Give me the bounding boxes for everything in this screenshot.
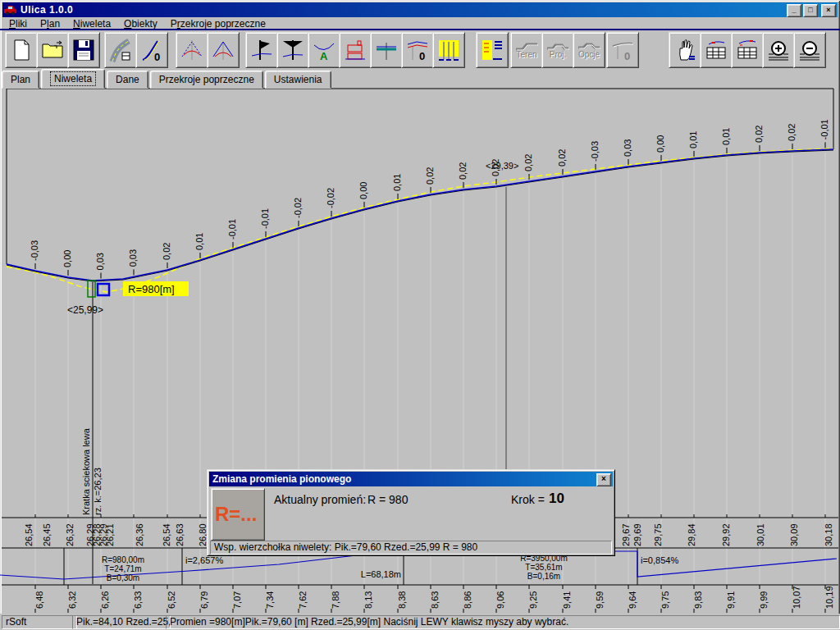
toolbar-button-flag[interactable] — [245, 32, 278, 68]
radius-label-bg[interactable] — [123, 281, 189, 296]
tab-label: Przekroje poprzeczne — [159, 74, 254, 85]
tab-label: Dane — [116, 74, 139, 85]
elevation-label: 29,69 — [632, 523, 642, 546]
slope-label: 0,01 — [392, 174, 402, 191]
toolbar-button-peak-dashed[interactable] — [176, 32, 208, 68]
grade1-label: i=2,657% — [185, 555, 223, 565]
title-bar[interactable]: Ulica 1.0.0 _ □ × — [2, 2, 838, 17]
dialog-zmiana-promienia: Zmiana promienia pionowego × R=... Aktua… — [207, 469, 615, 556]
curve1-data-line: R=980,00m — [102, 555, 144, 564]
drain-text-1: Kratka sciekowa lewa — [81, 427, 91, 515]
toolbar-button-new-document[interactable] — [5, 32, 38, 68]
slope-label: -0,02 — [326, 188, 336, 208]
dialog-status-text: Wsp. wierzchołka niwelety: Pik.=79,60 Rz… — [210, 541, 612, 555]
elevation-label: 30,09 — [789, 523, 799, 546]
chainage-label: 9,83 — [693, 591, 703, 609]
slope-label: -0,03 — [590, 141, 600, 162]
terrain-line — [7, 148, 833, 292]
plan-road-icon — [108, 38, 133, 62]
chainage-label: 9,91 — [726, 591, 736, 609]
toolbar-button-teren: Teren — [510, 32, 543, 68]
tab-przekroje-poprzeczne[interactable]: Przekroje poprzeczne — [150, 71, 263, 89]
dialog-title-bar[interactable]: Zmiana promienia pionowego × — [209, 472, 613, 486]
chainage-label: 8,13 — [363, 591, 373, 609]
elevation-label: 29,75 — [653, 523, 663, 546]
toolbar-button-red-box[interactable] — [339, 32, 372, 68]
elevation-label: 30,01 — [756, 523, 765, 546]
chainage-label: 9,75 — [660, 591, 670, 609]
toolbar-button-zoom-out[interactable] — [793, 32, 826, 68]
slope-label: 0,03 — [95, 253, 105, 270]
chainage-label: 9,64 — [628, 591, 637, 609]
chainage-label: 8,63 — [430, 591, 440, 609]
toolbar-button-save-file[interactable] — [67, 32, 100, 68]
slope-label: 0,01 — [688, 131, 698, 148]
slope-label: 0,01 — [721, 128, 731, 145]
window-title: Ulica 1.0.0 — [21, 4, 73, 16]
slope-label: 0,03 — [623, 139, 632, 157]
toolbar-button-yellow-columns[interactable] — [432, 32, 465, 68]
step-value: 10 — [549, 491, 564, 507]
curve1-data-line: B=0,30m — [107, 573, 139, 582]
cross-section-icon — [374, 38, 399, 62]
status-panel-app: rSoft — [2, 615, 77, 629]
toolbar-button-label: Teren — [516, 50, 536, 59]
svg-text:0: 0 — [154, 51, 160, 62]
chainage-label: 6,48 — [34, 591, 44, 609]
tab-niweleta[interactable]: Niweleta — [41, 69, 105, 89]
toolbar-button-peak-solid[interactable] — [207, 32, 240, 68]
toolbar-button-cross-section[interactable] — [370, 32, 403, 68]
toolbar-button-flag-double[interactable] — [276, 32, 309, 68]
curve1-data-line: T=24,71m — [104, 564, 141, 573]
slope-label: -0,01 — [227, 219, 237, 240]
radius-button[interactable]: R=... — [211, 488, 265, 541]
chainage-label: 9,25 — [528, 591, 538, 609]
step-label: Krok = — [511, 493, 545, 506]
toolbar-button-plan-road[interactable] — [104, 32, 137, 68]
chainage-label: 6,52 — [167, 591, 176, 609]
chainage-label: 7,62 — [298, 591, 308, 609]
toolbar-button-profile-zero[interactable]: 0 — [135, 32, 168, 68]
elevation-label: 26,32 — [65, 523, 75, 546]
slope-label: 0,00 — [655, 135, 665, 153]
slope-label: 0,02 — [557, 149, 567, 167]
tab-plan[interactable]: Plan — [2, 71, 39, 89]
toolbar-button-cross-section-zero[interactable]: 0 — [401, 32, 434, 68]
chainage-label: 7,34 — [265, 591, 275, 609]
drain-text-2: rz. k.=26,23 — [93, 468, 103, 515]
minimize-button[interactable]: _ — [787, 4, 801, 17]
toolbar-button-yellow-table[interactable] — [476, 32, 509, 68]
maximize-button[interactable]: □ — [803, 4, 818, 17]
toolbar-button-table-chart-k[interactable] — [731, 32, 764, 68]
elevation-label: 29,92 — [721, 523, 731, 546]
application-window: { "window": { "title": "Ulica 1.0.0", "c… — [0, 0, 840, 630]
grade2-label: i=0,854% — [641, 555, 678, 565]
svg-text:A: A — [320, 50, 328, 62]
drain-marker-green — [88, 281, 95, 297]
svg-text:0: 0 — [624, 50, 630, 62]
hand-pan-icon — [673, 38, 697, 62]
elevation-label: 26,54 — [24, 523, 34, 546]
tab-ustawienia[interactable]: Ustawienia — [265, 71, 331, 89]
profile-zero-icon: 0 — [139, 38, 164, 62]
status-bar: rSoft Pik.=84,10 Rzed.=25,77 Promien =98… — [0, 614, 840, 630]
close-button[interactable]: × — [821, 4, 836, 17]
profile-zero-disabled-icon: 0 — [610, 38, 635, 62]
slope-label: 0,02 — [754, 126, 764, 143]
vertex-marker-blue[interactable] — [98, 284, 109, 295]
tab-label: Ustawienia — [274, 74, 322, 85]
chainage-label: 7,07 — [232, 591, 242, 609]
elevation-label: 26,45 — [42, 523, 52, 546]
toolbar-button-opcje: Opcje — [573, 32, 605, 68]
toolbar-button-hand-pan[interactable] — [669, 32, 701, 68]
toolbar-button-zoom-in[interactable] — [762, 32, 795, 68]
toolbar-button-curve-green-a[interactable]: A — [308, 32, 340, 68]
elevation-label: 26,28 — [92, 523, 102, 546]
zoom-in-icon — [766, 38, 791, 62]
toolbar-button-open-file[interactable] — [36, 32, 69, 68]
tab-dane[interactable]: Dane — [107, 71, 148, 89]
chainage-label: 6,32 — [67, 591, 77, 609]
toolbar-button-table-chart-f[interactable] — [700, 32, 733, 68]
dialog-close-icon[interactable]: × — [596, 473, 611, 486]
yellow-columns-icon — [436, 38, 461, 62]
